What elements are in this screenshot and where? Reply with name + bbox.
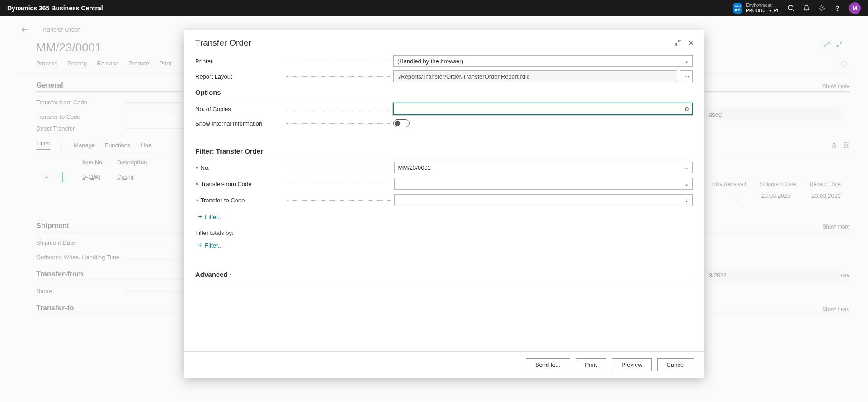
layout-more-button[interactable]: ···	[680, 70, 693, 82]
add-filter-button[interactable]: + Filter...	[198, 213, 222, 220]
print-button[interactable]: Print	[576, 358, 607, 371]
section-filter: Filter: Transfer Order	[195, 147, 693, 157]
select-printer[interactable]: (Handled by the browser) ⌄	[393, 55, 693, 67]
chevron-down-icon: ⌄	[684, 181, 689, 187]
add-totals-filter-button[interactable]: + Filter...	[198, 242, 222, 249]
value-report-layout: ./Reports/Transfer/Order/TransferOrder.R…	[393, 70, 677, 82]
chevron-down-icon: ⌄	[684, 197, 689, 203]
label-filter-to: Transfer-to Code	[201, 197, 287, 204]
dialog-footer: Send to... Print Preview Cancel	[184, 351, 704, 378]
cancel-button[interactable]: Cancel	[657, 358, 694, 371]
svg-point-4	[837, 10, 837, 10]
print-dialog: Transfer Order Printer (Handled by the b…	[184, 30, 704, 378]
label-printer: Printer	[195, 58, 286, 65]
plus-icon: +	[198, 213, 202, 220]
label-filter-totals: Filter totals by:	[195, 229, 693, 236]
chevron-down-icon: ⌄	[684, 165, 689, 171]
help-icon[interactable]	[834, 5, 841, 12]
avatar[interactable]: M	[849, 2, 861, 14]
section-options: Options	[195, 89, 693, 98]
value-printer: (Handled by the browser)	[397, 58, 463, 65]
send-to-button[interactable]: Send to...	[526, 358, 570, 371]
env-label: Environment:	[746, 3, 779, 8]
svg-point-3	[821, 7, 823, 9]
label-copies: No. of Copies	[195, 106, 286, 112]
dialog-collapse-icon[interactable]	[675, 40, 681, 46]
environment-badge[interactable]: CORE Environment: PRODUCTS_PL	[733, 3, 779, 14]
svg-point-0	[788, 5, 793, 10]
env-name: PRODUCTS_PL	[746, 8, 779, 14]
brand-title: Dynamics 365 Business Central	[7, 5, 103, 12]
preview-button[interactable]: Preview	[612, 358, 651, 371]
svg-line-1	[793, 9, 794, 11]
plus-icon: +	[198, 242, 202, 249]
top-header: Dynamics 365 Business Central CORE Envir…	[0, 0, 868, 16]
search-icon[interactable]	[788, 5, 795, 12]
label-show-internal: Show Internal Information	[195, 120, 286, 127]
dialog-title: Transfer Order	[195, 38, 251, 48]
gear-icon[interactable]	[818, 5, 826, 12]
remove-filter-to[interactable]: ×	[195, 197, 199, 204]
label-filter-from: Transfer-from Code	[201, 181, 287, 187]
label-filter-no: No.	[201, 164, 287, 171]
toggle-show-internal[interactable]	[393, 119, 410, 127]
chevron-down-icon: ⌄	[684, 58, 689, 64]
label-report-layout: Report Layout	[195, 73, 286, 80]
env-pill-icon: CORE	[733, 3, 743, 14]
dialog-close-icon[interactable]	[688, 40, 694, 46]
section-advanced[interactable]: Advanced	[195, 271, 693, 280]
remove-filter-from[interactable]: ×	[195, 181, 199, 187]
lookup-filter-to[interactable]: ⌄	[394, 194, 693, 206]
input-copies[interactable]	[393, 103, 693, 115]
lookup-filter-no[interactable]: MM/23/0001 ⌄	[394, 162, 693, 173]
bell-icon[interactable]	[803, 5, 810, 12]
remove-filter-no[interactable]: ×	[195, 164, 199, 171]
lookup-filter-from[interactable]: ⌄	[394, 178, 693, 190]
